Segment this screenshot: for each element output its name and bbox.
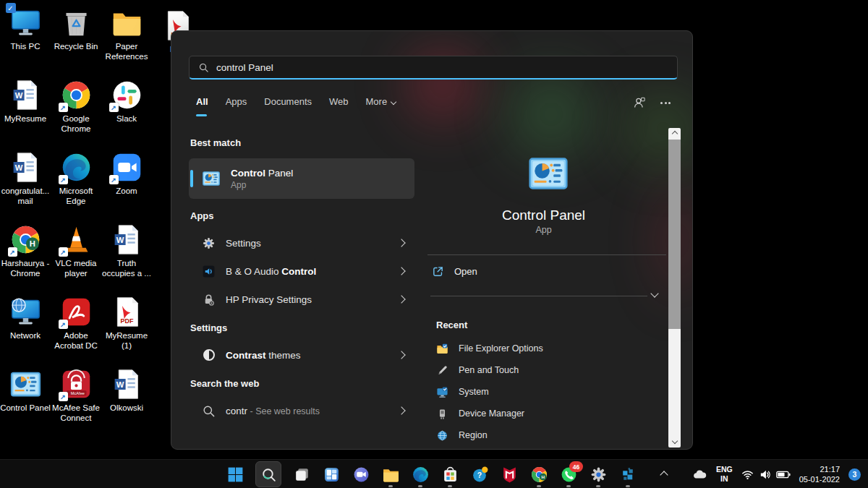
desktop-icon-vlc[interactable]: ↗ VLC media player [51,220,101,292]
tab-documents[interactable]: Documents [264,96,312,107]
desktop-icon-microsoft-edge[interactable]: ↗ Microsoft Edge [51,147,101,220]
tab-apps[interactable]: Apps [226,96,247,107]
search-button[interactable] [255,461,281,487]
desktop-icon-recycle-bin[interactable]: Recycle Bin [51,3,101,75]
contrast-icon [203,349,215,361]
onedrive-cloud-icon[interactable] [692,469,707,479]
running-indicator [448,485,452,487]
wifi-icon [741,468,754,481]
recent-item-device-manager[interactable]: Device Manager [426,403,658,424]
chevron-down-icon [391,98,396,104]
search-input[interactable]: control Panel [189,56,678,80]
search-header-actions [633,96,671,109]
language-indicator[interactable]: ENG IN [716,465,733,484]
desktop-icon-truth-doc[interactable]: Truth occupies a ... [101,220,152,292]
scroll-down-button[interactable] [668,436,681,448]
result-contrast-themes[interactable]: Contrast themes [189,343,414,367]
result-hp-privacy-settings[interactable]: HP Privacy Settings [189,288,414,311]
edge-button[interactable] [411,465,430,484]
microsoft-store-button[interactable] [441,465,459,484]
desktop-icon-network[interactable]: Network [0,292,51,364]
control-panel-icon [9,368,42,401]
result-preview-pane: Control Panel App Open Recent File Explo… [419,124,668,449]
desktop-icon-adobe-acrobat[interactable]: ↗ Adobe Acrobat DC [51,292,101,364]
open-action[interactable]: Open [432,265,477,278]
file-explorer-button[interactable] [381,465,400,484]
desktop-icon-paper-references[interactable]: Paper References [101,3,152,75]
system-tray: ENG IN 21:17 05-01-2022 3 [661,460,861,488]
desktop-icon-slack[interactable]: ↗ Slack [101,75,152,147]
result-settings[interactable]: Settings [189,231,414,254]
desktop-icon-harshaurya-chrome[interactable]: ↗ Harshaurya - Chrome [0,220,51,292]
preview-title: Control Panel [419,207,668,223]
recent-item-pen-and-touch[interactable]: Pen and Touch [426,359,658,381]
tab-all[interactable]: All [196,96,208,107]
best-match-result-control-panel[interactable]: Control Panel App [189,158,414,199]
desktop-icon-congratulation-mail[interactable]: congratulat... mail [0,147,51,220]
taskbar-center-icons: 46 [226,460,637,488]
desktop-icon-this-pc[interactable]: ✓ This PC [0,3,51,75]
mcafee-shield-icon [501,466,519,484]
word-file-icon [111,368,143,401]
recent-item-file-explorer-options[interactable]: File Explorer Options [426,338,658,359]
desktop-icon-google-chrome[interactable]: ↗ Google Chrome [51,75,101,147]
search-web-section-header: Search the web [190,378,259,389]
desktop-icon-control-panel[interactable]: Control Panel [0,364,51,437]
selection-checkbox-icon[interactable]: ✓ [6,3,16,13]
tray-overflow-chevron-icon[interactable] [661,468,667,481]
settings-button[interactable] [589,465,608,484]
preview-type-label: App [419,225,668,235]
recent-item-system[interactable]: System [426,381,658,403]
tab-more[interactable]: More [366,96,396,107]
notification-center-badge[interactable]: 3 [848,468,861,481]
widgets-icon [323,466,341,484]
chat-button[interactable] [352,465,370,484]
widgets-button[interactable] [322,465,341,484]
desktop-icon-zoom[interactable]: ↗ Zoom [101,147,152,220]
scrollbar-thumb[interactable] [668,140,681,329]
desktop-icon-myresume[interactable]: MyResume [0,75,51,147]
desktop-icon-myresume-pdf[interactable]: MyResume (1) [101,292,152,364]
open-external-icon [432,265,444,278]
cube-app-icon [619,466,637,484]
desktop-icon-grid: ✓ This PC Recycle Bin Paper References M… [0,3,152,437]
gear-icon [590,466,608,484]
running-indicator [418,485,422,487]
pdf-file-icon [111,296,143,328]
folder-options-icon [436,343,448,355]
word-file-icon [9,151,42,184]
tab-web[interactable]: Web [329,96,349,107]
task-view-button[interactable] [292,465,311,484]
recent-section-header: Recent [436,320,467,330]
device-manager-icon [436,408,448,420]
hp-support-button[interactable] [470,465,489,484]
account-icon[interactable] [633,96,646,109]
more-options-icon[interactable] [660,102,671,104]
tray-status-icons[interactable] [741,468,791,481]
whatsapp-button[interactable]: 46 [559,465,578,484]
chevron-right-icon [397,406,405,414]
notification-badge: 46 [569,461,583,472]
result-bo-audio-control[interactable]: B & O Audio Control [189,260,414,283]
recent-item-region[interactable]: Region [426,424,658,446]
chrome-button[interactable] [529,465,548,484]
clock[interactable]: 21:17 05-01-2022 [799,464,840,485]
divider [427,254,666,255]
tray-date: 05-01-2022 [799,474,840,484]
folder-icon [382,466,400,484]
collapse-actions-chevron-icon[interactable] [650,289,658,297]
desktop-icon-mcafee-safe-connect[interactable]: ↗ McAfee Safe Connect [51,364,101,437]
mcafee-button[interactable] [500,465,519,484]
search-icon [202,404,216,418]
chevron-right-icon [397,295,405,303]
shortcut-arrow-icon: ↗ [8,247,17,257]
task-view-icon [293,466,311,484]
scroll-up-button[interactable] [668,128,681,140]
blue-cube-app-button[interactable] [618,465,637,484]
desktop-icon-olkowski[interactable]: Olkowski [101,364,152,437]
best-match-header: Best match [190,137,241,148]
result-web-search[interactable]: contr - See web results [189,399,414,422]
preview-scrollbar[interactable] [668,128,681,448]
start-button[interactable] [226,465,244,484]
store-bag-icon [441,466,459,484]
